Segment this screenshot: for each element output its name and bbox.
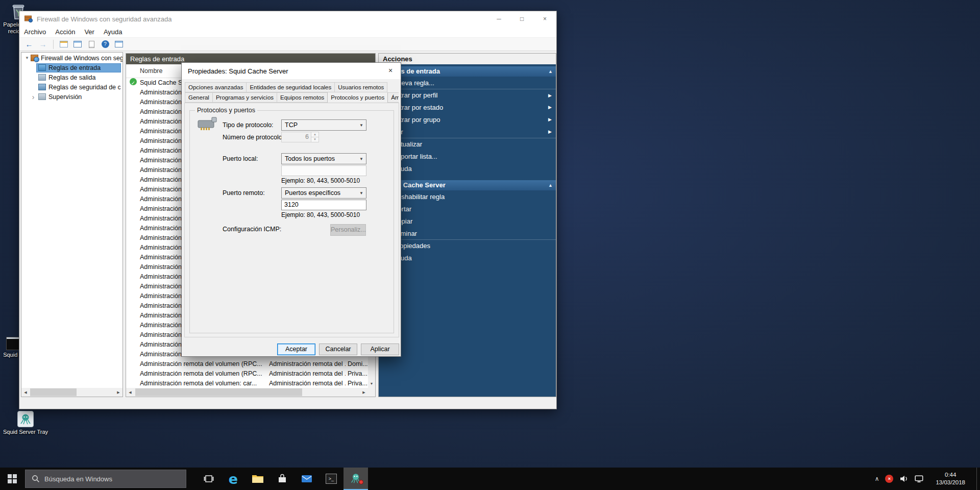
tab-opciones-avanzadas[interactable]: Opciones avanzadas: [185, 82, 247, 92]
maximize-button[interactable]: □: [510, 11, 533, 27]
mail-taskbar-button[interactable]: [295, 468, 319, 490]
scroll-left-icon[interactable]: ◀: [126, 388, 134, 397]
menu-item-archivo[interactable]: Archivo: [19, 27, 51, 37]
action-ver[interactable]: Ver▶: [379, 126, 556, 138]
action-filtrar-por-grupo[interactable]: Filtrar por grupo▶: [379, 113, 556, 126]
action-cortar[interactable]: Cortar: [379, 203, 556, 215]
remote-port-select[interactable]: Puertos específicos ▼: [281, 187, 366, 199]
volume-icon[interactable]: [899, 475, 909, 483]
action-exportar-lista[interactable]: Exportar lista...: [379, 150, 556, 162]
tree-item-reglas-de-entrada[interactable]: Reglas de entrada: [21, 63, 122, 72]
start-button[interactable]: [0, 468, 24, 490]
actions-section-header-squid-cache-server[interactable]: Squid Cache Server▲: [379, 180, 556, 190]
action-propiedades[interactable]: Propiedades: [379, 239, 556, 252]
dialog-titlebar[interactable]: Propiedades: Squid Cache Server ×: [182, 63, 401, 79]
menu-item-acción[interactable]: Acción: [51, 27, 80, 37]
dialog-title: Propiedades: Squid Cache Server: [188, 67, 288, 75]
action-copiar[interactable]: Copiar: [379, 215, 556, 227]
action-filtrar-por-perfil[interactable]: Filtrar por perfil▶: [379, 89, 556, 101]
action-filtrar-por-estado[interactable]: Filtrar por estado▶: [379, 101, 556, 113]
tab-usuarios-remotos[interactable]: Usuarios remotos: [334, 82, 387, 92]
local-port-input[interactable]: [281, 165, 366, 176]
action-ayuda[interactable]: Ayuda: [379, 252, 556, 264]
tab-general[interactable]: General: [185, 92, 213, 103]
tab-programas-y-servicios[interactable]: Programas y servicios: [212, 92, 277, 103]
icmp-customize-button[interactable]: Personaliz...: [330, 224, 366, 236]
list-hscroll-track[interactable]: [134, 388, 360, 397]
actions-section-header-reglas-de-entrada[interactable]: Reglas de entrada▲: [379, 66, 556, 77]
list-row[interactable]: Administración remota del volumen: car..…: [126, 379, 368, 388]
scroll-right-icon[interactable]: ▶: [360, 388, 368, 397]
tree-collapse-icon[interactable]: ▼: [23, 56, 31, 60]
action-actualizar[interactable]: Actualizar: [379, 138, 556, 150]
collapse-arrow-icon[interactable]: ▲: [548, 180, 553, 190]
tab-entidades-de-seguridad-locales[interactable]: Entidades de seguridad locales: [246, 82, 335, 92]
properties-button[interactable]: [86, 39, 97, 50]
network-icon[interactable]: [915, 475, 924, 483]
menu-item-ayuda[interactable]: Ayuda: [99, 27, 127, 37]
tray-chevron-icon[interactable]: ∧: [875, 475, 879, 482]
view-button[interactable]: [113, 39, 125, 50]
tree-horizontal-scrollbar[interactable]: ◀ ▶: [21, 388, 122, 397]
show-desktop-button[interactable]: [976, 468, 980, 490]
taskbar-search-input[interactable]: Búsqueda en Windows: [25, 470, 186, 488]
accept-button[interactable]: Aceptar: [277, 344, 315, 355]
squid-server-tray-icon[interactable]: Squid Server Tray: [0, 411, 51, 435]
action-eliminar[interactable]: Eliminar: [379, 227, 556, 239]
protocol-type-select[interactable]: TCP ▼: [281, 119, 366, 131]
table-icon: [74, 41, 82, 47]
tab-ámbito[interactable]: Ámbito: [387, 92, 399, 103]
show-console-tree-button[interactable]: [58, 39, 69, 50]
tab-protocolos-y-puertos[interactable]: Protocolos y puertos: [327, 92, 388, 103]
dialog-close-button[interactable]: ×: [383, 65, 398, 76]
action-deshabilitar-regla[interactable]: Deshabilitar regla: [379, 190, 556, 203]
tree-expand-icon[interactable]: ›: [30, 95, 37, 99]
back-arrow-icon: ←: [26, 40, 33, 48]
spinner-down-icon[interactable]: ▼: [311, 137, 318, 142]
action-ayuda[interactable]: Ayuda: [379, 162, 556, 175]
actions-panel-title: Acciones: [379, 54, 556, 64]
forward-button[interactable]: →: [37, 39, 48, 50]
menu-item-ver[interactable]: Ver: [80, 27, 99, 37]
remote-port-input[interactable]: 3120: [281, 200, 366, 210]
mail-icon: [301, 474, 312, 483]
list-row[interactable]: Administración remota del volumen (RPC..…: [126, 369, 368, 379]
reglas-de-entrada-icon: [38, 64, 46, 71]
action-nueva-regla[interactable]: Nueva regla...: [379, 77, 556, 89]
column-header-label: Nombre: [140, 67, 162, 75]
task-view-button[interactable]: [197, 468, 221, 490]
tree-hscroll-thumb[interactable]: [30, 388, 77, 396]
scroll-left-icon[interactable]: ◀: [21, 388, 30, 397]
command-prompt-taskbar-button[interactable]: >_: [319, 468, 344, 490]
scroll-down-icon[interactable]: ▼: [368, 380, 375, 388]
local-port-select[interactable]: Todos los puertos ▼: [281, 153, 366, 164]
help-button[interactable]: ?: [100, 39, 111, 50]
apply-button[interactable]: Aplicar: [361, 344, 399, 355]
list-row[interactable]: Administración remota del volumen (RPC..…: [126, 359, 368, 369]
tree-root-item[interactable]: ▼Firewall de Windows con seguridad avanz…: [21, 53, 122, 63]
store-taskbar-button[interactable]: [270, 468, 295, 490]
taskbar-clock[interactable]: 0:44 13/03/2018: [936, 471, 965, 486]
tree-item-reglas-de-salida[interactable]: Reglas de salida: [21, 72, 122, 82]
cancel-button[interactable]: Cancelar: [319, 344, 357, 355]
desktop: Papelera de reciclaje Squid T Squid Serv…: [0, 0, 980, 490]
back-button[interactable]: ←: [23, 39, 35, 50]
spinner-up-icon[interactable]: ▲: [311, 132, 318, 137]
list-hscroll-thumb[interactable]: [135, 388, 302, 396]
tree-item-supervisión[interactable]: ›Supervisión: [21, 92, 122, 102]
collapse-arrow-icon[interactable]: ▲: [548, 66, 553, 77]
protocol-number-spinner[interactable]: 6 ▲ ▼: [281, 132, 319, 142]
tab-equipos-remotos[interactable]: Equipos remotos: [277, 92, 328, 103]
window-titlebar[interactable]: Firewall de Windows con seguridad avanza…: [19, 11, 556, 27]
export-list-button[interactable]: [72, 39, 83, 50]
file-explorer-taskbar-button[interactable]: [246, 468, 270, 490]
tree-item-reglas-de-seguridad-de-conexión[interactable]: Reglas de seguridad de conexión: [21, 82, 122, 92]
close-button[interactable]: ×: [533, 11, 556, 27]
edge-taskbar-button[interactable]: e: [221, 468, 246, 490]
minimize-button[interactable]: ─: [487, 11, 510, 27]
scroll-right-icon[interactable]: ▶: [114, 388, 122, 397]
list-horizontal-scrollbar[interactable]: ◀ ▶: [126, 388, 368, 397]
squid-tray-taskbar-button[interactable]: [344, 468, 368, 490]
squid-status-tray-icon[interactable]: ×: [885, 475, 893, 483]
tree-hscroll-track[interactable]: [30, 388, 114, 397]
